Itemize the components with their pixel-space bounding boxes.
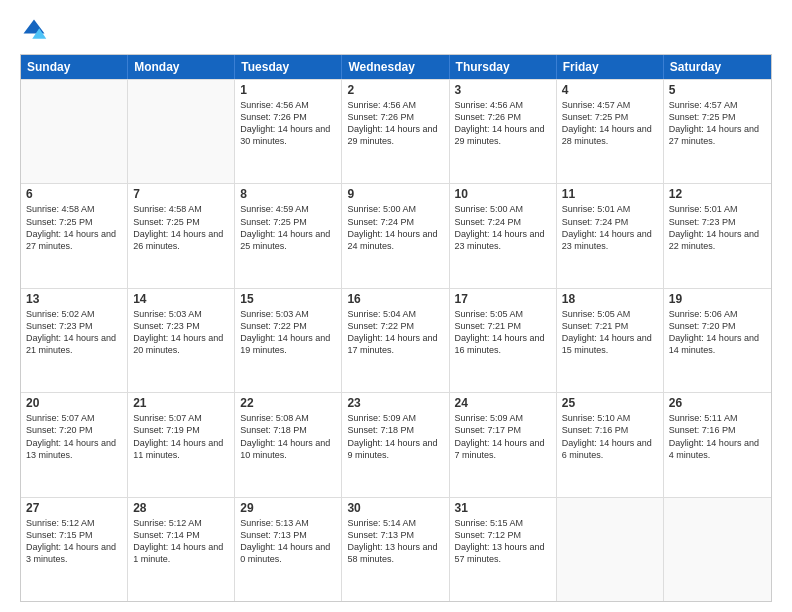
calendar-cell: 11Sunrise: 5:01 AM Sunset: 7:24 PM Dayli… [557, 184, 664, 287]
calendar-row: 1Sunrise: 4:56 AM Sunset: 7:26 PM Daylig… [21, 79, 771, 183]
day-number: 8 [240, 187, 336, 201]
calendar-cell: 6Sunrise: 4:58 AM Sunset: 7:25 PM Daylig… [21, 184, 128, 287]
day-number: 23 [347, 396, 443, 410]
weekday-header: Friday [557, 55, 664, 79]
cell-info: Sunrise: 5:03 AM Sunset: 7:22 PM Dayligh… [240, 308, 336, 357]
day-number: 13 [26, 292, 122, 306]
cell-info: Sunrise: 5:06 AM Sunset: 7:20 PM Dayligh… [669, 308, 766, 357]
logo [20, 16, 50, 44]
day-number: 28 [133, 501, 229, 515]
calendar-cell: 2Sunrise: 4:56 AM Sunset: 7:26 PM Daylig… [342, 80, 449, 183]
calendar-cell: 1Sunrise: 4:56 AM Sunset: 7:26 PM Daylig… [235, 80, 342, 183]
cell-info: Sunrise: 4:58 AM Sunset: 7:25 PM Dayligh… [26, 203, 122, 252]
calendar-row: 20Sunrise: 5:07 AM Sunset: 7:20 PM Dayli… [21, 392, 771, 496]
day-number: 18 [562, 292, 658, 306]
cell-info: Sunrise: 5:13 AM Sunset: 7:13 PM Dayligh… [240, 517, 336, 566]
calendar-cell: 26Sunrise: 5:11 AM Sunset: 7:16 PM Dayli… [664, 393, 771, 496]
calendar-cell: 8Sunrise: 4:59 AM Sunset: 7:25 PM Daylig… [235, 184, 342, 287]
cell-info: Sunrise: 4:56 AM Sunset: 7:26 PM Dayligh… [347, 99, 443, 148]
day-number: 30 [347, 501, 443, 515]
calendar-cell: 12Sunrise: 5:01 AM Sunset: 7:23 PM Dayli… [664, 184, 771, 287]
cell-info: Sunrise: 5:10 AM Sunset: 7:16 PM Dayligh… [562, 412, 658, 461]
calendar-cell: 5Sunrise: 4:57 AM Sunset: 7:25 PM Daylig… [664, 80, 771, 183]
calendar-cell: 21Sunrise: 5:07 AM Sunset: 7:19 PM Dayli… [128, 393, 235, 496]
day-number: 2 [347, 83, 443, 97]
weekday-header: Saturday [664, 55, 771, 79]
calendar-cell: 17Sunrise: 5:05 AM Sunset: 7:21 PM Dayli… [450, 289, 557, 392]
day-number: 19 [669, 292, 766, 306]
day-number: 11 [562, 187, 658, 201]
cell-info: Sunrise: 4:56 AM Sunset: 7:26 PM Dayligh… [240, 99, 336, 148]
calendar-cell: 13Sunrise: 5:02 AM Sunset: 7:23 PM Dayli… [21, 289, 128, 392]
day-number: 14 [133, 292, 229, 306]
cell-info: Sunrise: 5:08 AM Sunset: 7:18 PM Dayligh… [240, 412, 336, 461]
cell-info: Sunrise: 5:00 AM Sunset: 7:24 PM Dayligh… [455, 203, 551, 252]
calendar-cell [664, 498, 771, 601]
calendar-cell: 18Sunrise: 5:05 AM Sunset: 7:21 PM Dayli… [557, 289, 664, 392]
weekday-header: Monday [128, 55, 235, 79]
day-number: 29 [240, 501, 336, 515]
cell-info: Sunrise: 4:57 AM Sunset: 7:25 PM Dayligh… [562, 99, 658, 148]
day-number: 15 [240, 292, 336, 306]
cell-info: Sunrise: 5:11 AM Sunset: 7:16 PM Dayligh… [669, 412, 766, 461]
calendar-row: 27Sunrise: 5:12 AM Sunset: 7:15 PM Dayli… [21, 497, 771, 601]
day-number: 25 [562, 396, 658, 410]
calendar-header: SundayMondayTuesdayWednesdayThursdayFrid… [21, 55, 771, 79]
day-number: 16 [347, 292, 443, 306]
cell-info: Sunrise: 5:12 AM Sunset: 7:14 PM Dayligh… [133, 517, 229, 566]
cell-info: Sunrise: 4:57 AM Sunset: 7:25 PM Dayligh… [669, 99, 766, 148]
calendar-cell: 4Sunrise: 4:57 AM Sunset: 7:25 PM Daylig… [557, 80, 664, 183]
calendar-cell: 24Sunrise: 5:09 AM Sunset: 7:17 PM Dayli… [450, 393, 557, 496]
calendar-cell [557, 498, 664, 601]
calendar-cell: 31Sunrise: 5:15 AM Sunset: 7:12 PM Dayli… [450, 498, 557, 601]
weekday-header: Wednesday [342, 55, 449, 79]
weekday-header: Thursday [450, 55, 557, 79]
day-number: 1 [240, 83, 336, 97]
calendar-body: 1Sunrise: 4:56 AM Sunset: 7:26 PM Daylig… [21, 79, 771, 601]
calendar-cell: 15Sunrise: 5:03 AM Sunset: 7:22 PM Dayli… [235, 289, 342, 392]
day-number: 17 [455, 292, 551, 306]
calendar-cell: 22Sunrise: 5:08 AM Sunset: 7:18 PM Dayli… [235, 393, 342, 496]
cell-info: Sunrise: 5:07 AM Sunset: 7:19 PM Dayligh… [133, 412, 229, 461]
day-number: 9 [347, 187, 443, 201]
calendar-cell [128, 80, 235, 183]
cell-info: Sunrise: 5:14 AM Sunset: 7:13 PM Dayligh… [347, 517, 443, 566]
cell-info: Sunrise: 5:04 AM Sunset: 7:22 PM Dayligh… [347, 308, 443, 357]
calendar-cell: 29Sunrise: 5:13 AM Sunset: 7:13 PM Dayli… [235, 498, 342, 601]
cell-info: Sunrise: 4:56 AM Sunset: 7:26 PM Dayligh… [455, 99, 551, 148]
cell-info: Sunrise: 4:59 AM Sunset: 7:25 PM Dayligh… [240, 203, 336, 252]
day-number: 21 [133, 396, 229, 410]
cell-info: Sunrise: 5:09 AM Sunset: 7:17 PM Dayligh… [455, 412, 551, 461]
calendar-row: 6Sunrise: 4:58 AM Sunset: 7:25 PM Daylig… [21, 183, 771, 287]
day-number: 3 [455, 83, 551, 97]
calendar-cell: 3Sunrise: 4:56 AM Sunset: 7:26 PM Daylig… [450, 80, 557, 183]
calendar-cell: 9Sunrise: 5:00 AM Sunset: 7:24 PM Daylig… [342, 184, 449, 287]
cell-info: Sunrise: 5:07 AM Sunset: 7:20 PM Dayligh… [26, 412, 122, 461]
cell-info: Sunrise: 4:58 AM Sunset: 7:25 PM Dayligh… [133, 203, 229, 252]
day-number: 31 [455, 501, 551, 515]
cell-info: Sunrise: 5:09 AM Sunset: 7:18 PM Dayligh… [347, 412, 443, 461]
day-number: 22 [240, 396, 336, 410]
calendar-cell [21, 80, 128, 183]
day-number: 7 [133, 187, 229, 201]
weekday-header: Sunday [21, 55, 128, 79]
logo-icon [20, 16, 48, 44]
cell-info: Sunrise: 5:05 AM Sunset: 7:21 PM Dayligh… [455, 308, 551, 357]
day-number: 6 [26, 187, 122, 201]
day-number: 20 [26, 396, 122, 410]
cell-info: Sunrise: 5:01 AM Sunset: 7:24 PM Dayligh… [562, 203, 658, 252]
calendar-cell: 23Sunrise: 5:09 AM Sunset: 7:18 PM Dayli… [342, 393, 449, 496]
day-number: 12 [669, 187, 766, 201]
calendar-cell: 27Sunrise: 5:12 AM Sunset: 7:15 PM Dayli… [21, 498, 128, 601]
weekday-header: Tuesday [235, 55, 342, 79]
cell-info: Sunrise: 5:01 AM Sunset: 7:23 PM Dayligh… [669, 203, 766, 252]
cell-info: Sunrise: 5:00 AM Sunset: 7:24 PM Dayligh… [347, 203, 443, 252]
calendar-cell: 14Sunrise: 5:03 AM Sunset: 7:23 PM Dayli… [128, 289, 235, 392]
calendar-cell: 7Sunrise: 4:58 AM Sunset: 7:25 PM Daylig… [128, 184, 235, 287]
cell-info: Sunrise: 5:03 AM Sunset: 7:23 PM Dayligh… [133, 308, 229, 357]
cell-info: Sunrise: 5:15 AM Sunset: 7:12 PM Dayligh… [455, 517, 551, 566]
calendar-cell: 16Sunrise: 5:04 AM Sunset: 7:22 PM Dayli… [342, 289, 449, 392]
cell-info: Sunrise: 5:05 AM Sunset: 7:21 PM Dayligh… [562, 308, 658, 357]
calendar-cell: 28Sunrise: 5:12 AM Sunset: 7:14 PM Dayli… [128, 498, 235, 601]
calendar-row: 13Sunrise: 5:02 AM Sunset: 7:23 PM Dayli… [21, 288, 771, 392]
